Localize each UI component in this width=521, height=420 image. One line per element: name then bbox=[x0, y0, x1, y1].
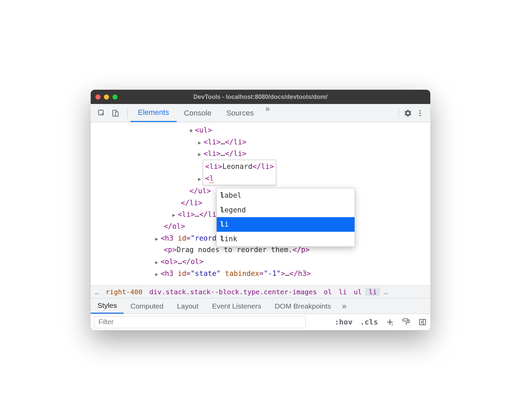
tab-layout[interactable]: Layout bbox=[170, 298, 205, 314]
titlebar: DevTools - localhost:8080/docs/devtools/… bbox=[91, 90, 430, 104]
crumb-item[interactable]: right-400 bbox=[102, 288, 146, 296]
tag-ol[interactable]: <ol> bbox=[161, 258, 178, 266]
autocomplete-item[interactable]: link bbox=[217, 232, 355, 246]
more-tabs-icon[interactable]: » bbox=[261, 104, 274, 122]
close-window-icon[interactable] bbox=[95, 94, 101, 100]
tag-p[interactable]: <p> bbox=[164, 246, 177, 254]
gear-icon[interactable] bbox=[402, 107, 414, 119]
filter-wrap bbox=[94, 316, 306, 328]
elements-tree[interactable]: ▼<ul> ▶<li>…</li> ▶<li>…</li> ▶<li>Leona… bbox=[91, 122, 430, 285]
tab-event-listeners[interactable]: Event Listeners bbox=[205, 298, 268, 314]
crumb-overflow-right[interactable]: … bbox=[380, 288, 391, 296]
minimize-window-icon[interactable] bbox=[104, 94, 109, 100]
tag-h3[interactable]: <h3 bbox=[161, 234, 178, 242]
svg-point-5 bbox=[419, 115, 421, 116]
styles-filter-input[interactable] bbox=[97, 316, 303, 328]
new-style-rule-icon[interactable] bbox=[385, 318, 394, 327]
tag-li-close[interactable]: </li> bbox=[181, 199, 202, 207]
paint-format-icon[interactable] bbox=[402, 318, 411, 327]
toolbar-divider bbox=[127, 108, 128, 118]
crumb-item[interactable]: div.stack.stack--block.type.center-image… bbox=[146, 288, 320, 296]
html-edit-box[interactable]: <li>Leonard</li><l bbox=[203, 160, 276, 185]
window-title: DevTools - localhost:8080/docs/devtools/… bbox=[194, 93, 328, 101]
inspect-element-icon[interactable] bbox=[95, 107, 108, 119]
svg-rect-2 bbox=[115, 112, 118, 116]
main-toolbar: Elements Console Sources » bbox=[91, 104, 430, 122]
tag-ul[interactable]: <ul> bbox=[195, 126, 212, 134]
traffic-lights bbox=[95, 94, 118, 100]
computed-sidebar-icon[interactable] bbox=[418, 318, 427, 327]
more-tabs-icon[interactable]: » bbox=[338, 301, 351, 311]
tab-sources[interactable]: Sources bbox=[219, 104, 261, 122]
styles-tabstrip: Styles Computed Layout Event Listeners D… bbox=[91, 298, 430, 314]
hov-toggle[interactable]: :hov bbox=[335, 318, 353, 326]
crumb-item-current[interactable]: li bbox=[365, 288, 380, 296]
svg-rect-7 bbox=[419, 319, 426, 325]
tab-computed[interactable]: Computed bbox=[124, 298, 170, 314]
tab-elements[interactable]: Elements bbox=[130, 104, 177, 122]
tag-li[interactable]: <li> bbox=[203, 150, 221, 158]
crumb-item[interactable]: ul bbox=[350, 288, 365, 296]
dom-breadcrumb[interactable]: … right-400 div.stack.stack--block.type.… bbox=[91, 285, 430, 298]
zoom-window-icon[interactable] bbox=[112, 94, 118, 100]
tag-h3[interactable]: <h3 bbox=[161, 269, 178, 278]
svg-rect-6 bbox=[403, 319, 408, 321]
tab-dom-breakpoints[interactable]: DOM Breakpoints bbox=[268, 298, 338, 314]
autocomplete-item-selected[interactable]: li bbox=[217, 217, 355, 232]
devtools-window: DevTools - localhost:8080/docs/devtools/… bbox=[91, 90, 430, 330]
autocomplete-item[interactable]: legend bbox=[217, 203, 355, 217]
kebab-menu-icon[interactable] bbox=[414, 107, 426, 119]
device-toolbar-icon[interactable] bbox=[109, 107, 121, 119]
styles-toolbar: :hov .cls bbox=[91, 314, 430, 330]
tag-li[interactable]: <li> bbox=[178, 210, 195, 218]
crumb-overflow-left[interactable]: … bbox=[91, 288, 102, 296]
partial-tag-input[interactable]: l bbox=[210, 174, 214, 183]
svg-point-4 bbox=[419, 112, 421, 114]
toolbar-divider bbox=[399, 108, 399, 118]
main-tabs: Elements Console Sources » bbox=[130, 104, 274, 122]
autocomplete-item[interactable]: label bbox=[217, 188, 355, 203]
tag-li[interactable]: <li> bbox=[203, 138, 221, 146]
autocomplete-popup: label legend li link bbox=[216, 188, 355, 247]
svg-point-3 bbox=[419, 110, 421, 111]
crumb-item[interactable]: ol bbox=[320, 288, 335, 296]
cls-toggle[interactable]: .cls bbox=[360, 318, 378, 326]
tab-console[interactable]: Console bbox=[177, 104, 219, 122]
tag-ol-close[interactable]: </ol> bbox=[164, 222, 185, 230]
tag-ul-close[interactable]: </ul> bbox=[190, 187, 211, 195]
crumb-item[interactable]: li bbox=[335, 288, 350, 296]
tab-styles[interactable]: Styles bbox=[91, 298, 124, 314]
